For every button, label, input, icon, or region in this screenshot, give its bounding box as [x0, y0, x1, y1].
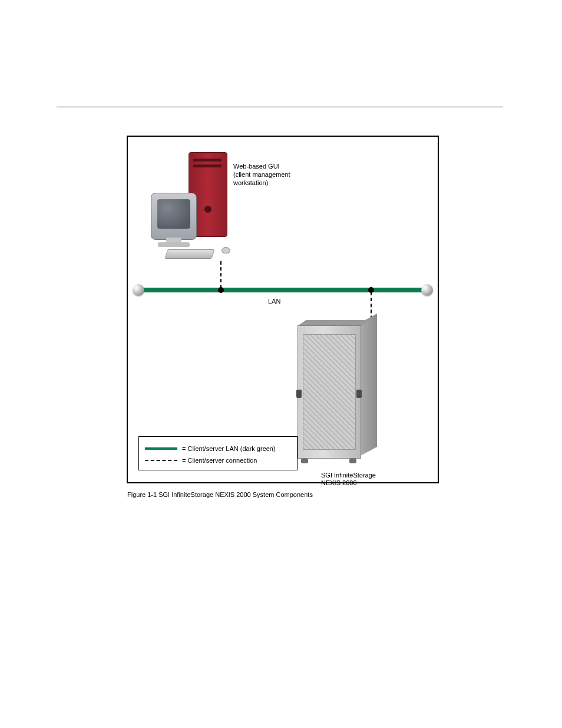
- rack-front: [297, 325, 361, 459]
- legend-box: = Client/server LAN (dark green) = Clien…: [138, 436, 297, 470]
- server-rack-illustration: [297, 320, 377, 463]
- rack-label: SGI InfiniteStorage NEXIS 2000: [321, 472, 398, 487]
- legend-swatch-lan-icon: [145, 447, 177, 450]
- rack-handle-left-icon: [296, 390, 302, 398]
- lan-bus: [133, 284, 433, 296]
- monitor-base: [158, 242, 190, 247]
- rack-side: [361, 314, 377, 456]
- mouse-icon: [222, 247, 230, 253]
- client-workstation-illustration: [146, 149, 240, 261]
- legend-row-connection: = Client/server connection: [145, 456, 257, 465]
- legend-text-connection: = Client/server connection: [182, 457, 257, 464]
- workstation-label: Web-based GUI (client management worksta…: [233, 162, 290, 187]
- rack-caster-right-icon: [349, 459, 356, 463]
- rack-label-line2: NEXIS 2000: [321, 479, 398, 487]
- lan-label: LAN: [268, 298, 280, 305]
- workstation-label-line1: Web-based GUI: [233, 162, 290, 170]
- workstation-label-line2: (client management: [233, 170, 290, 179]
- connection-workstation: [220, 261, 222, 288]
- rack-caster-left-icon: [301, 459, 308, 463]
- lan-terminator-left-icon: [133, 284, 144, 296]
- keyboard-icon: [164, 249, 214, 259]
- rack-handle-right-icon: [356, 390, 362, 398]
- legend-row-lan: = Client/server LAN (dark green): [145, 444, 276, 453]
- lan-terminator-right-icon: [421, 284, 433, 296]
- monitor-icon: [151, 193, 197, 240]
- figure-caption: Figure 1-1 SGI InfiniteStorage NEXIS 200…: [127, 491, 313, 498]
- legend-swatch-connection-icon: [145, 460, 177, 461]
- rack-label-line1: SGI InfiniteStorage: [321, 472, 398, 479]
- header-rule: [57, 107, 503, 107]
- workstation-label-line3: workstation): [233, 179, 290, 187]
- legend-text-lan: = Client/server LAN (dark green): [182, 445, 276, 452]
- lan-line: [138, 288, 427, 292]
